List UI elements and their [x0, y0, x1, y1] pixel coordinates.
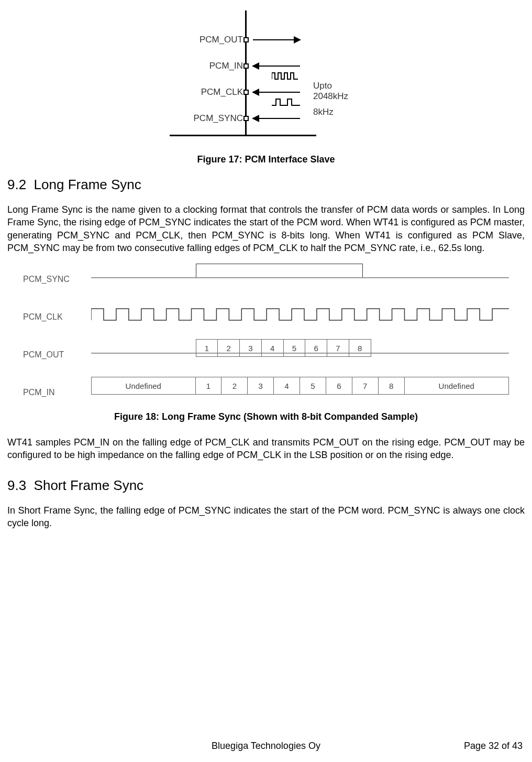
arrow-left-icon	[253, 66, 300, 67]
bit-cell: 8	[349, 339, 371, 357]
pin-icon	[243, 37, 249, 42]
timing-row-sync: PCM_SYNC	[23, 268, 509, 291]
sync-rate-label: 8kHz	[313, 107, 334, 117]
bit-cell: 7	[327, 339, 349, 357]
section-9-3-heading: 9.3 Short Frame Sync	[7, 477, 525, 494]
bit-cell: 1	[196, 339, 218, 357]
figure-17-caption: Figure 17: PCM Interface Slave	[7, 154, 525, 165]
signal-row-pcm-clk: PCM_CLK Upto 2048kHz	[167, 82, 365, 103]
bit-cell: 8	[379, 377, 405, 395]
section-number: 9.3	[7, 477, 26, 493]
timing-label: PCM_SYNC	[23, 275, 91, 284]
undefined-cell: Undefined	[405, 377, 509, 395]
undefined-cell: Undefined	[91, 377, 196, 395]
timing-label: PCM_OUT	[23, 350, 91, 360]
signal-label: PCM_IN	[192, 61, 243, 71]
bus-foot	[170, 135, 316, 136]
pin-icon	[243, 90, 249, 95]
section-9-2-paragraph: Long Frame Sync is the name given to a c…	[7, 203, 525, 254]
signal-row-pcm-sync: PCM_SYNC 8kHz	[167, 108, 365, 129]
bit-cell: 2	[221, 377, 248, 395]
figure-18-caption: Figure 18: Long Frame Sync (Shown with 8…	[7, 411, 525, 422]
bit-cell: 4	[262, 339, 284, 357]
figure-18-diagram: PCM_SYNC PCM_CLK PCM_OUT 1 2 3 4 5 6 7	[7, 263, 525, 404]
pin-icon	[243, 63, 249, 69]
signal-row-pcm-out: PCM_OUT	[167, 29, 365, 50]
footer-company: Bluegiga Technologies Oy	[0, 741, 532, 752]
section-9-3-paragraph: In Short Frame Sync, the falling edge of…	[7, 504, 525, 530]
clock-wave-icon	[272, 72, 298, 80]
clock-wave-icon	[91, 306, 509, 323]
bit-cell: 1	[196, 377, 222, 395]
bit-cell: 5	[300, 377, 326, 395]
bit-cell: 4	[274, 377, 300, 395]
bit-cell: 3	[240, 339, 262, 357]
timing-label: PCM_CLK	[23, 312, 91, 322]
section-number: 9.2	[7, 177, 26, 192]
pin-icon	[243, 116, 249, 121]
signal-label: PCM_SYNC	[192, 113, 243, 124]
bit-cell: 7	[352, 377, 379, 395]
section-title: Short Frame Sync	[34, 477, 144, 493]
paragraph-after-fig18: WT41 samples PCM_IN on the falling edge …	[7, 436, 525, 462]
bit-cell: 6	[305, 339, 327, 357]
section-title: Long Frame Sync	[34, 177, 141, 192]
timing-row-clk: PCM_CLK	[23, 306, 509, 329]
bit-cell: 2	[218, 339, 240, 357]
timing-label: PCM_IN	[23, 388, 91, 397]
signal-row-pcm-in: PCM_IN	[167, 56, 365, 77]
signal-label: PCM_OUT	[192, 35, 243, 45]
timing-row-in: PCM_IN Undefined 1 2 3 4 5 6 7 8 Undefin…	[23, 381, 509, 404]
section-9-2-heading: 9.2 Long Frame Sync	[7, 177, 525, 193]
clk-rate-label: Upto 2048kHz	[313, 81, 365, 102]
arrow-left-icon	[253, 118, 300, 119]
signal-label: PCM_CLK	[192, 87, 243, 97]
sync-wave-icon	[272, 98, 300, 106]
arrow-right-icon	[253, 39, 300, 40]
bit-cell: 6	[326, 377, 352, 395]
bit-cell: 3	[248, 377, 274, 395]
page-number: Page 32 of 43	[464, 741, 523, 752]
arrow-left-icon	[253, 92, 300, 93]
timing-row-out: PCM_OUT 1 2 3 4 5 6 7 8	[23, 343, 509, 366]
bit-cell: 5	[284, 339, 306, 357]
figure-17-diagram: PCM_OUT PCM_IN PCM_CLK Upto 2048kHz PCM_…	[7, 10, 525, 147]
